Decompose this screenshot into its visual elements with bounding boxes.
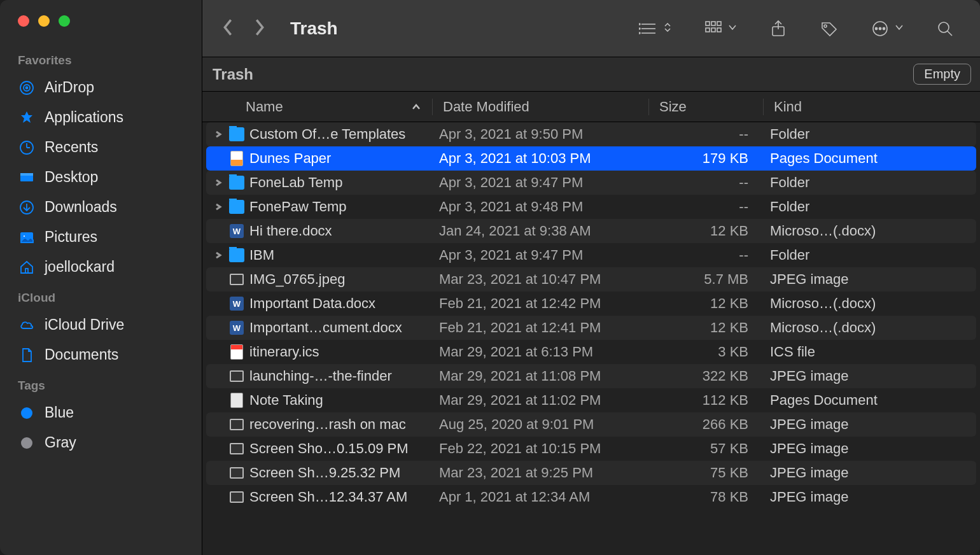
file-kind: ICS file bbox=[764, 344, 976, 360]
sidebar-item-label: Recents bbox=[45, 139, 98, 156]
file-date: Apr 3, 2021 at 10:03 PM bbox=[433, 150, 649, 167]
sidebar-item-icloud-drive[interactable]: iCloud Drive bbox=[0, 310, 202, 340]
sidebar-item-label: Desktop bbox=[45, 169, 98, 186]
column-header: Name Date Modified Size Kind bbox=[202, 92, 980, 122]
file-date: Mar 23, 2021 at 9:25 PM bbox=[433, 465, 649, 481]
sidebar-item-desktop[interactable]: Desktop bbox=[0, 162, 202, 192]
minimize-window-button[interactable] bbox=[38, 15, 50, 27]
file-date: Feb 21, 2021 at 12:42 PM bbox=[433, 295, 649, 312]
file-size: 57 KB bbox=[649, 440, 764, 457]
file-name: Hi there.docx bbox=[249, 223, 332, 239]
sidebar-item-blue[interactable]: Blue bbox=[0, 398, 202, 428]
svg-rect-19 bbox=[706, 22, 710, 25]
forward-button[interactable] bbox=[253, 18, 266, 39]
disclosure-triangle[interactable] bbox=[213, 130, 224, 138]
file-date: Jan 24, 2021 at 9:38 AM bbox=[433, 223, 649, 239]
file-size: -- bbox=[649, 174, 764, 191]
file-size: 3 KB bbox=[649, 344, 764, 360]
file-row[interactable]: Dunes PaperApr 3, 2021 at 10:03 PM179 KB… bbox=[206, 146, 976, 171]
column-kind[interactable]: Kind bbox=[764, 99, 980, 115]
file-size: -- bbox=[649, 126, 764, 143]
svg-rect-24 bbox=[717, 28, 721, 32]
zoom-window-button[interactable] bbox=[59, 15, 70, 27]
file-name: Screen Sh…12.34.37 AM bbox=[249, 489, 407, 505]
file-kind: JPEG image bbox=[764, 368, 976, 384]
file-row[interactable]: IBMApr 3, 2021 at 9:47 PM--Folder bbox=[206, 243, 976, 267]
svg-rect-12 bbox=[25, 269, 28, 273]
column-name[interactable]: Name bbox=[202, 99, 433, 115]
airdrop-icon bbox=[18, 80, 36, 96]
column-size[interactable]: Size bbox=[649, 99, 764, 115]
file-row[interactable]: IMG_0765.jpegMar 23, 2021 at 10:47 PM5.7… bbox=[206, 267, 976, 292]
file-name: IMG_0765.jpeg bbox=[249, 271, 345, 288]
sidebar-item-label: Pictures bbox=[45, 228, 97, 246]
tags-button[interactable] bbox=[813, 15, 845, 42]
file-kind: Microso…(.docx) bbox=[764, 320, 976, 336]
file-date: Aug 25, 2020 at 9:01 PM bbox=[433, 416, 649, 433]
file-size: 78 KB bbox=[649, 489, 764, 505]
share-button[interactable] bbox=[762, 15, 794, 42]
svg-point-32 bbox=[939, 22, 949, 32]
file-row[interactable]: itinerary.icsMar 29, 2021 at 6:13 PM3 KB… bbox=[206, 340, 976, 364]
svg-point-2 bbox=[26, 87, 28, 88]
file-row[interactable]: recovering…rash on macAug 25, 2020 at 9:… bbox=[206, 412, 976, 437]
sidebar-item-pictures[interactable]: Pictures bbox=[0, 222, 202, 252]
recents-icon bbox=[18, 139, 36, 156]
close-window-button[interactable] bbox=[18, 15, 29, 27]
back-button[interactable] bbox=[221, 18, 234, 39]
file-row[interactable]: launching-…-the-finderMar 29, 2021 at 11… bbox=[206, 364, 976, 388]
file-kind: Folder bbox=[764, 247, 976, 263]
file-name: Important…cument.docx bbox=[249, 320, 402, 336]
group-button[interactable] bbox=[697, 15, 743, 42]
file-name: launching-…-the-finder bbox=[249, 368, 392, 384]
image-icon bbox=[229, 489, 244, 505]
column-size-label: Size bbox=[659, 99, 687, 115]
file-row[interactable]: Screen Sho…0.15.09 PMFeb 22, 2021 at 10:… bbox=[206, 437, 976, 461]
image-icon bbox=[229, 417, 244, 432]
sidebar-item-downloads[interactable]: Downloads bbox=[0, 192, 202, 222]
file-kind: Pages Document bbox=[764, 150, 976, 167]
sidebar-item-airdrop[interactable]: AirDrop bbox=[0, 73, 202, 102]
view-mode-button[interactable] bbox=[633, 15, 678, 42]
sort-ascending-icon bbox=[412, 99, 421, 115]
file-date: Apr 3, 2021 at 9:47 PM bbox=[433, 174, 649, 191]
sidebar-item-joellockard[interactable]: joellockard bbox=[0, 252, 202, 282]
word-icon bbox=[229, 223, 244, 239]
file-row[interactable]: FonePaw TempApr 3, 2021 at 9:48 PM--Fold… bbox=[206, 195, 976, 219]
file-date: Apr 3, 2021 at 9:50 PM bbox=[433, 126, 649, 143]
sidebar-item-documents[interactable]: Documents bbox=[0, 340, 202, 370]
column-date[interactable]: Date Modified bbox=[433, 99, 649, 115]
home-icon bbox=[18, 259, 36, 276]
sidebar-section-label: Favorites bbox=[0, 45, 202, 73]
file-row[interactable]: Important Data.docxFeb 21, 2021 at 12:42… bbox=[206, 292, 976, 316]
search-button[interactable] bbox=[929, 15, 961, 42]
desktop-icon bbox=[18, 169, 36, 186]
chevron-down-icon bbox=[895, 23, 904, 34]
disclosure-triangle[interactable] bbox=[213, 179, 224, 186]
file-row[interactable]: Note TakingMar 29, 2021 at 11:02 PM112 K… bbox=[206, 388, 976, 412]
file-row[interactable]: Hi there.docxJan 24, 2021 at 9:38 AM12 K… bbox=[206, 219, 976, 243]
file-row[interactable]: FoneLab TempApr 3, 2021 at 9:47 PM--Fold… bbox=[206, 171, 976, 195]
file-kind: JPEG image bbox=[764, 489, 976, 505]
file-row[interactable]: Custom Of…e TemplatesApr 3, 2021 at 9:50… bbox=[206, 122, 976, 146]
word-icon bbox=[229, 320, 244, 335]
sidebar-item-applications[interactable]: Applications bbox=[0, 102, 202, 132]
file-row[interactable]: Important…cument.docxFeb 21, 2021 at 12:… bbox=[206, 316, 976, 340]
sidebar-item-label: AirDrop bbox=[45, 79, 94, 96]
main-panel: Trash Trash Empty Name bbox=[202, 0, 980, 555]
sidebar-item-gray[interactable]: Gray bbox=[0, 428, 202, 458]
sidebar: FavoritesAirDropApplicationsRecentsDeskt… bbox=[0, 0, 202, 555]
svg-point-18 bbox=[639, 32, 640, 34]
empty-trash-button[interactable]: Empty bbox=[913, 64, 971, 85]
image-icon bbox=[229, 465, 244, 481]
action-menu-button[interactable] bbox=[864, 15, 910, 42]
file-kind: JPEG image bbox=[764, 271, 976, 288]
sidebar-item-recents[interactable]: Recents bbox=[0, 132, 202, 162]
file-row[interactable]: Screen Sh…9.25.32 PMMar 23, 2021 at 9:25… bbox=[206, 461, 976, 485]
file-row[interactable]: Screen Sh…12.34.37 AMApr 1, 2021 at 12:3… bbox=[206, 485, 976, 509]
disclosure-triangle[interactable] bbox=[213, 251, 224, 259]
toolbar: Trash bbox=[202, 0, 980, 57]
disclosure-triangle[interactable] bbox=[213, 203, 224, 211]
file-date: Apr 3, 2021 at 9:48 PM bbox=[433, 199, 649, 215]
file-size: 12 KB bbox=[649, 223, 764, 239]
